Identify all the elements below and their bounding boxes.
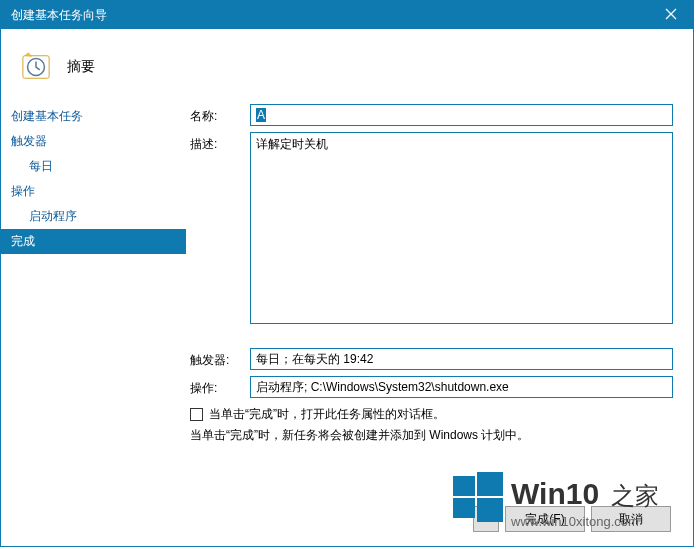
sidebar-item-label: 操作 xyxy=(11,184,35,198)
wizard-body: 创建基本任务 触发器 每日 操作 启动程序 完成 名称: A 描述: 触发器: … xyxy=(1,104,693,546)
back-button[interactable]: < xyxy=(473,506,499,532)
row-name: 名称: A xyxy=(190,104,673,126)
sidebar-item-create-task[interactable]: 创建基本任务 xyxy=(1,104,186,129)
sidebar-item-action[interactable]: 操作 xyxy=(1,179,186,204)
sidebar-item-label: 完成 xyxy=(11,234,35,248)
open-properties-checkbox[interactable] xyxy=(190,408,203,421)
finish-button-label: 完成(F) xyxy=(525,511,564,528)
row-action: 操作: 启动程序; C:\Windows\System32\shutdown.e… xyxy=(190,376,673,398)
sidebar-item-start-program[interactable]: 启动程序 xyxy=(1,204,186,229)
open-properties-label: 当单击“完成”时，打开此任务属性的对话框。 xyxy=(209,406,445,423)
chevron-left-icon: < xyxy=(482,512,489,526)
label-action: 操作: xyxy=(190,376,250,397)
sidebar-item-finish[interactable]: 完成 xyxy=(1,229,186,254)
cancel-button-label: 取消 xyxy=(619,511,643,528)
name-input[interactable]: A xyxy=(250,104,673,126)
label-trigger: 触发器: xyxy=(190,348,250,369)
sidebar-item-daily[interactable]: 每日 xyxy=(1,154,186,179)
sidebar-item-label: 触发器 xyxy=(11,134,47,148)
label-description: 描述: xyxy=(190,132,250,153)
row-open-properties: 当单击“完成”时，打开此任务属性的对话框。 xyxy=(190,406,673,423)
name-value: A xyxy=(256,108,266,122)
wizard-window: 创建基本任务向导 摘要 创建基本任务 触发器 每日 操作 启动程序 完成 xyxy=(0,0,694,547)
sidebar-item-label: 创建基本任务 xyxy=(11,109,83,123)
wizard-header: 摘要 xyxy=(1,29,693,104)
wizard-content: 名称: A 描述: 触发器: 每日；在每天的 19:42 操作: 启动程序; C… xyxy=(186,104,693,546)
finish-hint: 当单击“完成”时，新任务将会被创建并添加到 Windows 计划中。 xyxy=(190,427,673,444)
titlebar: 创建基本任务向导 xyxy=(1,1,693,29)
wizard-sidebar: 创建基本任务 触发器 每日 操作 启动程序 完成 xyxy=(1,104,186,546)
label-name: 名称: xyxy=(190,104,250,125)
clock-icon xyxy=(21,52,51,82)
sidebar-item-trigger[interactable]: 触发器 xyxy=(1,129,186,154)
row-trigger: 触发器: 每日；在每天的 19:42 xyxy=(190,348,673,370)
finish-button[interactable]: 完成(F) xyxy=(505,506,585,532)
trigger-value: 每日；在每天的 19:42 xyxy=(250,348,673,370)
row-description: 描述: xyxy=(190,132,673,324)
cancel-button[interactable]: 取消 xyxy=(591,506,671,532)
window-title: 创建基本任务向导 xyxy=(11,7,107,24)
wizard-footer: < 完成(F) 取消 xyxy=(473,506,671,532)
action-value: 启动程序; C:\Windows\System32\shutdown.exe xyxy=(250,376,673,398)
description-input[interactable] xyxy=(250,132,673,324)
sidebar-item-label: 每日 xyxy=(29,159,53,173)
close-button[interactable] xyxy=(649,1,693,29)
close-icon xyxy=(665,7,677,23)
page-title: 摘要 xyxy=(67,58,95,76)
sidebar-item-label: 启动程序 xyxy=(29,209,77,223)
